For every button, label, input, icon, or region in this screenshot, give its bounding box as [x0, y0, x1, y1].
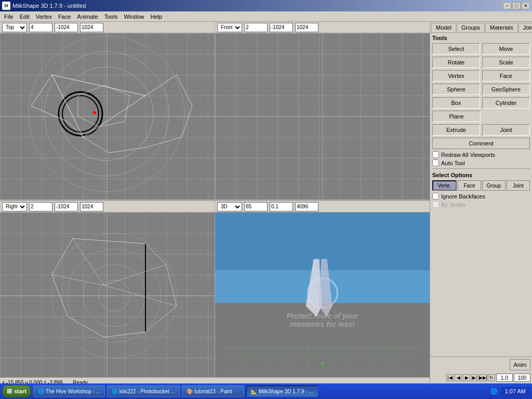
menu-animate[interactable]: Animate [74, 12, 101, 21]
menubar: File Edit Vertex Face Animate Tools Wind… [0, 11, 532, 22]
start-button[interactable]: ⊞ start [2, 385, 31, 397]
rotate-scale-row: Rotate Scale [432, 57, 530, 68]
ignore-backfaces-checkbox[interactable] [432, 193, 439, 200]
svg-point-2 [59, 92, 102, 136]
sphere-button[interactable]: Sphere [432, 84, 480, 95]
viewport-right[interactable]: Right Top Front [0, 201, 215, 377]
auto-tool-label: Auto Tool [441, 160, 465, 166]
taskbar-item-paint[interactable]: 🎨 tutorial13 - Paint [182, 385, 244, 397]
menu-tools[interactable]: Tools [101, 12, 121, 21]
rotate-button[interactable]: Rotate [432, 57, 480, 68]
taskbar-item-photobucket[interactable]: 🌐 lolx222 - Photobucket ... [107, 385, 180, 397]
anim-frame-input[interactable] [496, 374, 513, 382]
ignore-backfaces-row: Ignore Backfaces [432, 193, 530, 200]
select-opt-joint[interactable]: Joint [507, 180, 530, 191]
viewports-area: Top Front Right [0, 22, 430, 389]
svg-line-14 [177, 75, 192, 106]
auto-tool-row: Auto Tool [432, 159, 530, 166]
cylinder-button[interactable]: Cylinder [482, 97, 530, 109]
viewport-3d-svg [215, 212, 430, 377]
anim-play-btn[interactable]: ▶ [463, 374, 470, 381]
box-button[interactable]: Box [432, 97, 480, 109]
tab-materials[interactable]: Materials [485, 23, 518, 32]
vertex-button[interactable]: Vertex [432, 70, 480, 82]
tab-joints[interactable]: Joints [518, 23, 532, 32]
viewport-3d-canvas[interactable]: Protect more of yourmemories for less! [215, 212, 430, 377]
anim-button[interactable]: Anim [510, 359, 530, 370]
tab-groups[interactable]: Groups [457, 23, 485, 32]
svg-point-3 [62, 96, 99, 132]
select-opt-face[interactable]: Face [458, 180, 481, 191]
plane-button[interactable]: Plane [432, 111, 481, 122]
auto-tool-checkbox[interactable] [432, 159, 439, 166]
viewport-front-type-select[interactable]: Front Top Right [217, 23, 242, 32]
viewport-3d-far-input[interactable] [295, 202, 318, 211]
viewport-top-type-select[interactable]: Top Front Right [2, 23, 27, 32]
menu-file[interactable]: File [1, 12, 17, 21]
anim-total-input[interactable] [514, 374, 530, 382]
viewport-3d-type-select[interactable]: 3D [217, 202, 242, 211]
menu-window[interactable]: Window [121, 12, 147, 21]
select-move-row: Select Move [432, 43, 530, 55]
anim-controls: |◀ ◀ ▶ ▶| ▶▶| ↻ [446, 374, 530, 382]
viewport-front-max-input[interactable] [295, 23, 318, 32]
viewport-right-min-input[interactable] [55, 202, 78, 211]
tab-model[interactable]: Model [431, 23, 456, 32]
viewport-front-canvas[interactable] [215, 33, 430, 200]
taskbar-item-hive[interactable]: 🌐 The Hive Workshop - ... [33, 385, 105, 397]
taskbar-item-milkshape[interactable]: 📐 MilkShape 3D 1.7.9 - ... [246, 385, 318, 397]
viewport-3d[interactable]: 3D Protect more of yourmemories for less… [215, 201, 430, 377]
viewport-right-zoom-input[interactable] [29, 202, 52, 211]
viewport-right-bar: Right Top Front [0, 201, 215, 212]
titlebar-left: M MilkShape 3D 1.7.9 - untitled [2, 2, 86, 10]
viewport-front[interactable]: Front Top Right [215, 22, 430, 200]
joint-button[interactable]: Joint [482, 124, 530, 136]
anim-next-btn[interactable]: ▶| [471, 374, 478, 381]
photobucket-icon: 🌐 [112, 389, 118, 394]
hive-icon: 🌐 [38, 389, 44, 394]
redraw-all-checkbox[interactable] [432, 151, 439, 158]
viewport-front-zoom-input[interactable] [244, 23, 268, 32]
menu-face[interactable]: Face [55, 12, 74, 21]
viewport-right-canvas[interactable] [0, 212, 215, 377]
close-button[interactable]: ✕ [522, 2, 530, 9]
anim-prev-btn[interactable]: ◀ [455, 374, 462, 381]
viewport-top-canvas[interactable] [0, 33, 215, 200]
svg-line-22 [125, 96, 130, 122]
scale-button[interactable]: Scale [482, 57, 530, 68]
viewport-top-zoom-input[interactable] [29, 23, 52, 32]
vertex-face-row: Vertex Face [432, 70, 530, 82]
viewport-top-svg [0, 33, 215, 200]
extrude-button[interactable]: Extrude [432, 124, 480, 136]
viewport-top-min-input[interactable] [55, 23, 78, 32]
comment-button[interactable]: Comment [432, 138, 530, 149]
svg-marker-70 [306, 259, 322, 316]
viewport-top-bar: Top Front Right [0, 22, 215, 33]
maximize-button[interactable]: □ [512, 2, 521, 9]
move-button[interactable]: Move [482, 43, 530, 55]
ignore-backfaces-label: Ignore Backfaces [441, 193, 485, 200]
anim-loop-btn[interactable]: ↻ [488, 374, 495, 381]
viewport-3d-near-input[interactable] [270, 202, 293, 211]
viewport-front-min-input[interactable] [270, 23, 293, 32]
panel-tabs: Model Groups Materials Joints [430, 22, 532, 33]
minimize-button[interactable]: − [503, 2, 511, 9]
menu-edit[interactable]: Edit [17, 12, 33, 21]
viewport-right-type-select[interactable]: Right Top Front [2, 202, 27, 211]
select-button[interactable]: Select [432, 43, 480, 55]
menu-vertex[interactable]: Vertex [33, 12, 55, 21]
menu-help[interactable]: Help [148, 12, 166, 21]
svg-line-62 [104, 332, 145, 337]
anim-end-btn[interactable]: ▶▶| [480, 374, 487, 381]
geosphere-button[interactable]: GeoSphere [482, 84, 530, 95]
anim-start-btn[interactable]: |◀ [446, 374, 454, 381]
viewport-right-max-input[interactable] [80, 202, 103, 211]
svg-line-10 [145, 75, 177, 96]
viewport-3d-zoom-input[interactable] [244, 202, 268, 211]
face-button[interactable]: Face [482, 70, 530, 82]
select-opt-vertex[interactable]: Verte. [432, 180, 457, 191]
viewport-top[interactable]: Top Front Right [0, 22, 215, 200]
viewport-front-bar: Front Top Right [215, 22, 430, 33]
viewport-top-max-input[interactable] [80, 23, 103, 32]
select-opt-group[interactable]: Group [482, 180, 506, 191]
